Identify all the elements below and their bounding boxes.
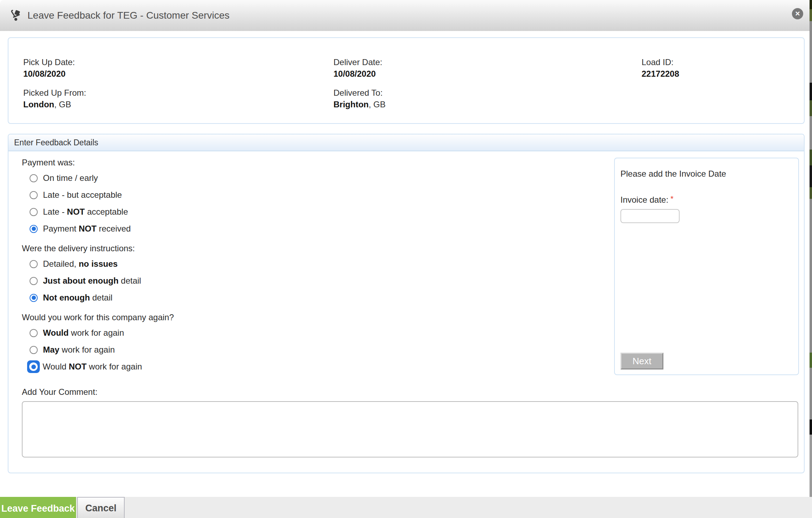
radio-label: Just about enough detail (43, 276, 141, 286)
radio-icon-selected[interactable] (30, 294, 38, 302)
pickup-date-label: Pick Up Date: (23, 57, 86, 67)
feedback-details-section: Enter Feedback Details Payment was: On t… (8, 134, 805, 473)
pickup-date-value: 10/08/2020 (23, 69, 86, 79)
radio-icon[interactable] (30, 329, 38, 337)
invoice-date-label: Invoice date:* (620, 194, 793, 205)
required-asterisk: * (670, 194, 674, 203)
radio-focus-ring (27, 360, 40, 373)
radio-option-instructions-detailed[interactable]: Detailed, no issues (22, 255, 233, 272)
radio-icon[interactable] (30, 208, 38, 216)
radio-label: Late - but acceptable (43, 190, 122, 200)
radio-option-payment-late-acceptable[interactable]: Late - but acceptable (22, 187, 233, 203)
dialog-title: Leave Feedback for TEG - Customer Servic… (27, 10, 230, 21)
pickup-from-label: Picked Up From: (23, 88, 86, 98)
radio-option-would-work-again[interactable]: Would work for again (22, 324, 233, 341)
deliver-date-label: Deliver Date: (333, 57, 386, 67)
radio-option-payment-not-received[interactable]: Payment NOT received (22, 220, 233, 237)
invoice-panel-title: Please add the Invoice Date (620, 169, 793, 179)
feedback-questions: Payment was: On time / early Late - but … (8, 151, 537, 375)
load-id-value: 22172208 (642, 69, 679, 79)
dialog-titlebar: Leave Feedback for TEG - Customer Servic… (0, 0, 810, 31)
cancel-button[interactable]: Cancel (77, 497, 125, 518)
radio-label: On time / early (43, 173, 98, 183)
radio-icon[interactable] (30, 174, 38, 182)
radio-label: Would NOT work for again (43, 362, 142, 372)
radio-label: Would work for again (43, 328, 124, 338)
dialog-footer: Leave Feedback Cancel (0, 497, 810, 518)
radio-option-instructions-not-enough[interactable]: Not enough detail (22, 289, 233, 306)
pickup-info-column: Pick Up Date: 10/08/2020 Picked Up From:… (23, 57, 86, 119)
invoice-date-panel: Please add the Invoice Date Invoice date… (614, 158, 799, 375)
leave-feedback-button[interactable]: Leave Feedback (0, 497, 76, 518)
radio-label: Detailed, no issues (43, 259, 118, 269)
hand-truck-icon (11, 9, 22, 22)
radio-icon-selected-focused[interactable] (29, 362, 38, 371)
invoice-date-input[interactable] (620, 209, 680, 223)
radio-label: May work for again (43, 345, 115, 355)
next-button[interactable]: Next (620, 353, 663, 369)
radio-option-may-work-again[interactable]: May work for again (22, 341, 233, 358)
radio-icon[interactable] (30, 346, 38, 354)
close-icon[interactable]: ✕ (792, 8, 803, 19)
radio-label: Not enough detail (43, 293, 112, 303)
instructions-group-label: Were the delivery instructions: (22, 244, 537, 253)
comment-textarea[interactable] (22, 401, 798, 457)
radio-icon[interactable] (30, 260, 38, 268)
background-page-edge (810, 0, 812, 518)
section-body: Payment was: On time / early Late - but … (8, 151, 804, 473)
delivered-to-label: Delivered To: (333, 88, 386, 98)
comment-label: Add Your Comment: (22, 387, 804, 397)
section-header: Enter Feedback Details (8, 134, 804, 151)
load-info-panel: Pick Up Date: 10/08/2020 Picked Up From:… (8, 37, 805, 124)
load-id-label: Load ID: (642, 57, 679, 67)
deliver-info-column: Deliver Date: 10/08/2020 Delivered To: B… (333, 57, 386, 119)
delivered-to-value: Brighton, GB (333, 100, 386, 109)
comment-block: Add Your Comment: (22, 387, 804, 457)
radio-option-instructions-just-enough[interactable]: Just about enough detail (22, 272, 233, 289)
radio-icon[interactable] (30, 277, 38, 285)
pickup-from-value: London, GB (23, 100, 86, 109)
work-again-group-label: Would you work for this company again? (22, 312, 537, 322)
radio-option-payment-late-not-acceptable[interactable]: Late - NOT acceptable (22, 203, 233, 220)
radio-label: Late - NOT acceptable (43, 207, 128, 217)
radio-icon[interactable] (30, 191, 38, 199)
load-id-column: Load ID: 22172208 (642, 57, 679, 88)
radio-option-payment-on-time[interactable]: On time / early (22, 170, 233, 187)
radio-icon-selected[interactable] (30, 225, 38, 233)
deliver-date-value: 10/08/2020 (333, 69, 386, 79)
payment-group-label: Payment was: (22, 158, 537, 168)
radio-label: Payment NOT received (43, 224, 131, 234)
leave-feedback-dialog: Leave Feedback for TEG - Customer Servic… (0, 0, 810, 518)
radio-option-would-not-work-again[interactable]: Would NOT work for again (22, 358, 233, 375)
